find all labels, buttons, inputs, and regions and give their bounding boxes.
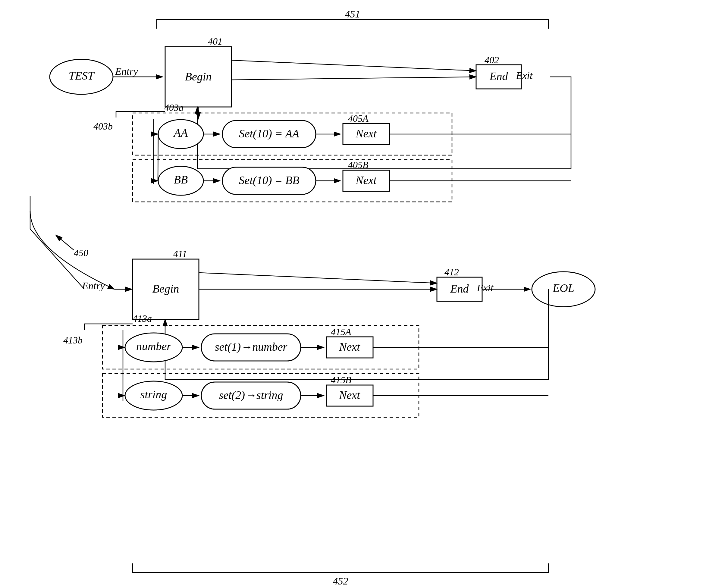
label-450: 450 xyxy=(74,247,88,258)
number-node-label: number xyxy=(136,340,171,352)
bracket-413b xyxy=(84,324,133,330)
bracket-452 xyxy=(133,563,548,572)
label-412: 412 xyxy=(444,267,459,277)
label-415a: 415A xyxy=(331,326,352,337)
label-401: 401 xyxy=(208,36,223,47)
top-entry-label: Entry xyxy=(115,66,138,77)
label-405a: 405A xyxy=(348,113,368,124)
label-403b: 403b xyxy=(94,121,113,132)
next-405b-label: Next xyxy=(355,174,377,186)
string-node-label: string xyxy=(140,388,167,401)
top-to-bottom-connector xyxy=(30,211,114,289)
bb-node-label: BB xyxy=(174,173,188,186)
label-451: 451 xyxy=(345,8,360,20)
label-415b: 415B xyxy=(331,374,352,385)
end-node-bottom-label: End xyxy=(450,282,469,295)
top-bottom-link xyxy=(30,196,84,289)
label-405b: 405B xyxy=(348,159,368,170)
bottom-entry-label: Entry xyxy=(82,280,105,291)
bracket-451 xyxy=(157,20,548,29)
next-415a-label: Next xyxy=(339,341,360,353)
arrow-begin-end-bot-top xyxy=(199,273,437,283)
begin-node-top-label: Begin xyxy=(185,70,212,83)
label-413a: 413a xyxy=(133,313,152,324)
set-bb-label: Set(10) = BB xyxy=(239,174,300,187)
end-node-top-label: End xyxy=(489,70,508,83)
label-402: 402 xyxy=(485,55,499,65)
arrow-450 xyxy=(56,235,74,250)
next-405a-label: Next xyxy=(355,127,377,140)
bottom-exit-label: Exit xyxy=(477,282,494,293)
label-403a: 403a xyxy=(164,102,183,113)
eol-node-label: EOL xyxy=(552,282,574,294)
set1-number-label: set(1)→number xyxy=(215,341,287,353)
diagram-container: 451 TEST Entry Begin 401 End 402 Exit 40… xyxy=(0,0,728,586)
aa-node-label: AA xyxy=(173,127,188,139)
next-415b-label: Next xyxy=(339,389,360,401)
test-node-label: TEST xyxy=(69,69,95,82)
bracket-v-line xyxy=(158,134,158,181)
top-exit-label: Exit xyxy=(516,70,533,81)
set2-string-label: set(2)→string xyxy=(219,389,283,402)
label-452: 452 xyxy=(333,576,348,586)
begin-node-bottom-label: Begin xyxy=(153,282,179,295)
arrow-begin-end-mid xyxy=(231,77,476,80)
label-413b: 413b xyxy=(63,335,83,346)
bracket-403b xyxy=(116,111,165,117)
set-aa-label: Set(10) = AA xyxy=(239,127,300,140)
label-411: 411 xyxy=(173,248,187,259)
arrow-begin-end-top xyxy=(231,60,476,71)
